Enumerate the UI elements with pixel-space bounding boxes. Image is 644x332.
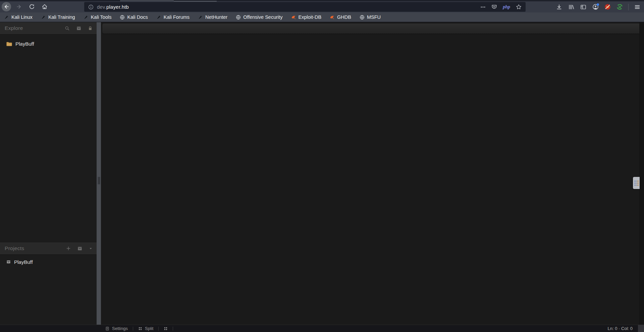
exploit-db-icon xyxy=(291,15,296,20)
kali-dagger-icon xyxy=(4,15,9,20)
forward-icon xyxy=(16,4,22,10)
projects-header-actions xyxy=(66,242,93,254)
url-bar[interactable]: dev.player.htb php xyxy=(84,2,526,12)
bookmark-kali-tools[interactable]: Kali Tools xyxy=(84,14,112,20)
reload-icon xyxy=(29,4,35,10)
bookmark-label: Kali Linux xyxy=(11,14,33,20)
overflow-dots-icon[interactable] xyxy=(480,4,486,10)
settings-button[interactable]: Settings xyxy=(105,326,128,331)
bookmark-label: Kali Docs xyxy=(127,14,148,20)
kali-dagger-icon xyxy=(198,15,203,20)
editor-tab-bar xyxy=(102,23,642,34)
bookmark-label: GHDB xyxy=(337,14,351,20)
right-panel-toggle-handle[interactable] xyxy=(633,177,640,189)
split-button[interactable]: Split xyxy=(138,326,153,331)
archive-box-icon[interactable] xyxy=(77,246,83,251)
browser-nav-toolbar: dev.player.htb php M xyxy=(0,1,644,12)
archive-box-icon[interactable] xyxy=(76,26,82,31)
bookmark-kali-docs[interactable]: Kali Docs xyxy=(120,14,148,20)
bookmark-kali-training[interactable]: Kali Training xyxy=(41,14,75,20)
archive-box-icon xyxy=(6,259,11,264)
m-extension-icon[interactable]: M xyxy=(616,4,623,10)
lock-icon[interactable] xyxy=(88,26,93,31)
back-button[interactable] xyxy=(2,2,11,11)
status-bar-left: Settings Split xyxy=(105,326,178,331)
url-host: player.htb xyxy=(106,4,129,10)
project-item-label: PlayBuff xyxy=(14,259,33,265)
file-icon xyxy=(105,326,109,331)
sidebar-resize-divider[interactable] xyxy=(97,22,101,325)
forward-button[interactable] xyxy=(14,2,24,11)
handle-menu-icon xyxy=(634,181,639,186)
explore-file-tree: PlayBuff xyxy=(0,35,97,47)
account-icon[interactable] xyxy=(592,4,599,10)
divider-grip-icon xyxy=(98,177,100,184)
bookmark-msfu[interactable]: MSFU xyxy=(360,14,381,20)
status-separator xyxy=(173,327,173,331)
caret-down-icon[interactable] xyxy=(89,247,93,250)
bookmark-label: Kali Forums xyxy=(164,14,190,20)
bookmark-label: NetHunter xyxy=(205,14,227,20)
tree-item-playbuff[interactable]: PlayBuff xyxy=(6,40,97,47)
projects-list: PlayBuff xyxy=(0,258,97,266)
globe-icon xyxy=(236,15,241,20)
info-icon[interactable] xyxy=(88,4,94,10)
account-notification-dot xyxy=(597,3,599,6)
exploit-db-icon xyxy=(330,15,335,20)
kali-dagger-icon xyxy=(41,15,46,20)
settings-label: Settings xyxy=(112,326,128,331)
foxyproxy-icon[interactable] xyxy=(604,4,611,10)
folder-icon xyxy=(6,41,12,47)
projects-title: Projects xyxy=(5,245,24,251)
right-panel-collapsed xyxy=(639,22,644,325)
download-icon[interactable] xyxy=(556,4,562,10)
ide-sidebar: Explore PlayBuff Projects xyxy=(0,22,97,325)
home-button[interactable] xyxy=(40,2,49,11)
bookmark-ghdb[interactable]: GHDB xyxy=(330,14,351,20)
page-content: Explore PlayBuff Projects xyxy=(0,22,644,332)
globe-icon xyxy=(120,15,125,20)
bookmark-nethunter[interactable]: NetHunter xyxy=(198,14,227,20)
home-icon xyxy=(42,4,48,10)
status-separator xyxy=(158,327,159,331)
bookmark-label: Exploit-DB xyxy=(299,14,322,20)
status-separator xyxy=(133,327,133,331)
svg-text:M: M xyxy=(618,5,621,9)
layout-button[interactable] xyxy=(164,327,168,331)
bookmark-label: Kali Training xyxy=(48,14,75,20)
explore-title: Explore xyxy=(5,25,23,31)
reload-button[interactable] xyxy=(27,2,37,11)
statusbar-corner-grip xyxy=(638,325,644,332)
grid-icon xyxy=(138,327,142,331)
back-icon xyxy=(3,4,9,10)
bookmark-offensive-security[interactable]: Offensive Security xyxy=(236,14,282,20)
kali-dagger-icon xyxy=(84,15,89,20)
sidebar-toggle-icon[interactable] xyxy=(580,4,587,10)
editor-area[interactable] xyxy=(101,22,644,325)
kali-dagger-icon xyxy=(156,15,161,20)
add-project-icon[interactable] xyxy=(66,246,71,251)
bookmark-exploit-db[interactable]: Exploit-DB xyxy=(291,14,322,20)
project-item-playbuff[interactable]: PlayBuff xyxy=(6,258,97,266)
explore-panel-header: Explore xyxy=(0,22,97,35)
menu-icon[interactable] xyxy=(634,4,641,10)
url-prefix: dev. xyxy=(97,4,106,10)
bookmark-label: MSFU xyxy=(367,14,381,20)
split-label: Split xyxy=(145,326,153,331)
pocket-icon[interactable] xyxy=(491,4,497,10)
bookmark-star-icon[interactable] xyxy=(516,4,522,10)
tree-item-label: PlayBuff xyxy=(15,41,34,47)
grid-icon xyxy=(164,327,168,331)
bookmark-label: Offensive Security xyxy=(243,14,282,20)
bookmarks-bar: Kali Linux Kali Training Kali Tools Kali… xyxy=(0,12,644,22)
bookmark-kali-forums[interactable]: Kali Forums xyxy=(156,14,190,20)
php-extension-badge[interactable]: php xyxy=(503,4,510,10)
explore-header-actions xyxy=(65,22,93,34)
projects-panel-header: Projects xyxy=(0,242,97,255)
toolbar-right-cluster: M xyxy=(556,1,641,12)
search-icon[interactable] xyxy=(65,26,70,31)
library-icon[interactable] xyxy=(568,4,575,10)
bookmark-label: Kali Tools xyxy=(91,14,112,20)
globe-icon xyxy=(360,15,365,20)
bookmark-kali-linux[interactable]: Kali Linux xyxy=(4,14,33,20)
